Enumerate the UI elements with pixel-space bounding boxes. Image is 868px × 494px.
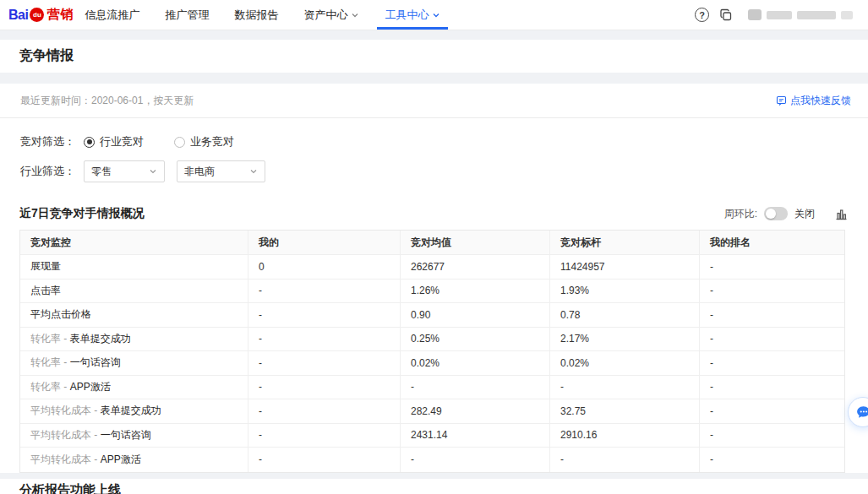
col-header-competitor-avg: 竞对均值	[401, 231, 550, 255]
radio-selected-icon	[84, 137, 95, 148]
cell-competitor-avg: 2431.14	[401, 424, 550, 448]
col-header-competitor-benchmark: 竞对标杆	[550, 231, 700, 255]
logo-product-text: 营销	[46, 7, 74, 23]
table-row: 平均点击价格 - 0.90 0.78 -	[20, 303, 844, 328]
chevron-down-icon	[149, 167, 157, 176]
nav-item-promotion-management[interactable]: 推广管理	[162, 0, 211, 30]
cell-mine: -	[248, 424, 401, 448]
chevron-down-icon	[249, 167, 258, 176]
active-tab-underline	[377, 27, 448, 30]
page-title: 竞争情报	[19, 47, 74, 65]
table-row: 转化率 - APP激活 - - - -	[20, 376, 844, 400]
table-row: 转化率 - 一句话咨询 - 0.02% 0.02% -	[20, 351, 844, 376]
nav-item-tool-center[interactable]: 工具中心	[382, 0, 443, 30]
user-account[interactable]	[748, 9, 853, 20]
cell-competitor-benchmark: 0.02%	[550, 351, 700, 376]
competitor-overview-table: 竞对监控 我的 竞对均值 竞对标杆 我的排名 展现量 0 262677 1142…	[19, 230, 845, 473]
col-header-my-rank: 我的排名	[700, 231, 844, 255]
industry-select-secondary[interactable]: 非电商	[177, 160, 265, 182]
cell-mine: 0	[248, 255, 401, 280]
toggle-state-label: 关闭	[794, 207, 815, 221]
cell-metric-name: 转化率 - 一句话咨询	[20, 351, 248, 376]
cell-competitor-benchmark: 11424957	[550, 255, 700, 280]
col-header-monitor: 竞对监控	[20, 231, 248, 255]
table-row: 平均转化成本 - 表单提交成功 - 282.49 32.75 -	[20, 399, 844, 424]
radio-industry-competitor[interactable]: 行业竞对	[84, 134, 144, 149]
radio-business-competitor[interactable]: 业务竞对	[174, 134, 234, 149]
quick-feedback-link[interactable]: 点我快速反馈	[776, 94, 851, 108]
cell-my-rank: -	[700, 280, 844, 304]
cell-mine: -	[248, 399, 401, 424]
cell-competitor-benchmark: -	[550, 448, 700, 472]
competitor-filter-row: 竞对筛选： 行业竞对 业务竞对	[20, 132, 848, 152]
nav-item-feed-promotion[interactable]: 信息流推广	[82, 0, 142, 30]
spacer-band	[0, 473, 868, 479]
copy-icon[interactable]	[719, 8, 733, 22]
last-update-time: 最近更新时间：2020-06-01，按天更新	[20, 94, 194, 108]
cell-mine: -	[248, 351, 401, 376]
table-row: 点击率 - 1.26% 1.93% -	[20, 280, 844, 304]
cell-competitor-avg: -	[401, 376, 550, 400]
cell-metric-name: 转化率 - 表单提交成功	[20, 328, 248, 352]
industry-filter-row: 行业筛选： 零售 非电商	[20, 160, 848, 182]
cell-competitor-avg: 262677	[401, 255, 550, 280]
next-section-title: 分析报告功能上线	[19, 482, 868, 494]
cell-competitor-avg: 0.25%	[401, 328, 550, 352]
cell-competitor-benchmark: 2.17%	[550, 328, 700, 352]
chevron-down-icon	[432, 11, 440, 19]
cell-metric-name: 展现量	[20, 255, 248, 280]
industry-filter-label: 行业筛选：	[20, 164, 75, 179]
table-row: 展现量 0 262677 11424957 -	[20, 255, 844, 280]
cell-metric-name: 平均转化成本 - APP激活	[20, 448, 248, 472]
cell-competitor-avg: 0.02%	[401, 351, 550, 376]
cell-competitor-avg: 282.49	[401, 399, 550, 424]
cell-mine: -	[248, 280, 401, 304]
filters: 竞对筛选： 行业竞对 业务竞对 行业筛选： 零售 非电商	[0, 118, 868, 182]
toggle-knob	[766, 209, 776, 219]
cell-competitor-benchmark: 1.93%	[550, 280, 700, 304]
page: Bai du 营销 信息流推广 推广管理 数据报告 资产中心 工具中心 ?	[0, 0, 868, 494]
cell-metric-name: 点击率	[20, 280, 248, 304]
help-icon[interactable]: ?	[695, 8, 709, 22]
cell-competitor-benchmark: -	[550, 376, 700, 400]
spacer-band	[0, 73, 868, 84]
cell-my-rank: -	[700, 448, 844, 472]
navbar-right: ?	[695, 8, 853, 22]
baidu-paw-icon: du	[30, 8, 44, 22]
feedback-bubble-icon	[776, 95, 787, 106]
chat-bubble-icon	[855, 404, 868, 421]
avatar	[748, 9, 762, 20]
overview-section-header: 近7日竞争对手情报概况 周环比: 关闭	[0, 206, 868, 221]
cell-mine: -	[248, 448, 401, 472]
cell-metric-name: 平均点击价格	[20, 303, 248, 328]
cell-metric-name: 转化率 - APP激活	[20, 376, 248, 400]
table-row: 转化率 - 表单提交成功 - 0.25% 2.17% -	[20, 328, 844, 352]
week-over-week-label: 周环比:	[724, 207, 757, 221]
section-title: 近7日竞争对手情报概况	[19, 206, 145, 221]
top-navbar: Bai du 营销 信息流推广 推广管理 数据报告 资产中心 工具中心 ?	[0, 0, 868, 30]
cell-my-rank: -	[700, 328, 844, 352]
baidu-logo[interactable]: Bai du 营销	[8, 7, 74, 23]
col-header-mine: 我的	[248, 231, 401, 255]
next-section-header-clipped: 分析报告功能上线	[0, 479, 868, 494]
cell-my-rank: -	[700, 351, 844, 376]
spacer-band	[0, 30, 868, 40]
week-over-week-toggle[interactable]	[764, 207, 788, 220]
page-title-bar: 竞争情报	[0, 40, 868, 73]
table-row: 平均转化成本 - APP激活 - - - -	[20, 448, 844, 472]
cell-metric-name: 平均转化成本 - 一句话咨询	[20, 424, 248, 448]
main-content: 最近更新时间：2020-06-01，按天更新 点我快速反馈 竞对筛选： 行业竞对…	[0, 84, 868, 473]
bar-chart-icon[interactable]	[835, 208, 848, 220]
cell-competitor-avg: -	[401, 448, 550, 472]
nav-item-asset-center[interactable]: 资产中心	[301, 0, 362, 30]
cell-my-rank: -	[700, 303, 844, 328]
cell-metric-name: 平均转化成本 - 表单提交成功	[20, 399, 248, 424]
chevron-down-icon	[351, 11, 359, 19]
cell-my-rank: -	[700, 424, 844, 448]
cell-competitor-benchmark: 32.75	[550, 399, 700, 424]
cell-competitor-benchmark: 0.78	[550, 303, 700, 328]
cell-competitor-avg: 0.90	[401, 303, 550, 328]
industry-select-primary[interactable]: 零售	[84, 160, 165, 182]
cell-mine: -	[248, 303, 401, 328]
nav-item-data-report[interactable]: 数据报告	[232, 0, 281, 30]
